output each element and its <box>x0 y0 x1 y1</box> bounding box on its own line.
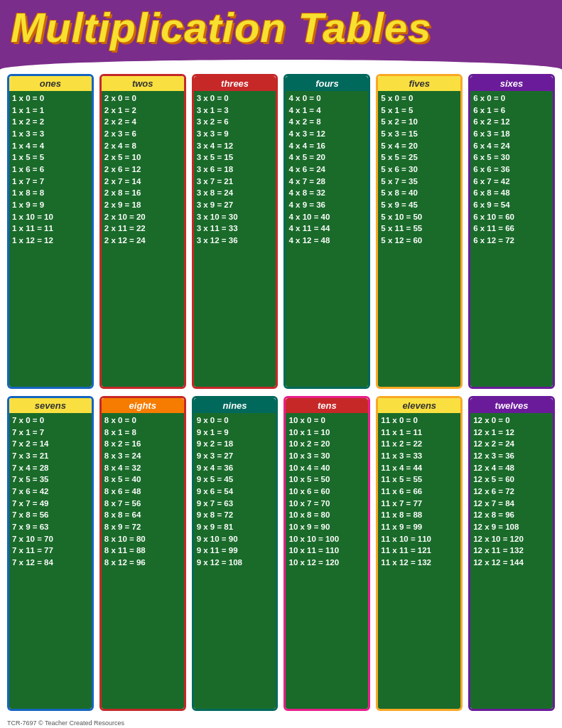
table-row: 6 x 8 = 48 <box>473 187 550 199</box>
table-row: 7 x 3 = 21 <box>12 450 89 462</box>
table-body-fours: 4 x 0 = 04 x 1 = 44 x 2 = 84 x 3 = 124 x… <box>286 91 368 387</box>
table-row: 2 x 10 = 20 <box>104 211 181 223</box>
table-body-ones: 1 x 0 = 01 x 1 = 11 x 2 = 21 x 3 = 31 x … <box>9 91 92 387</box>
table-row: 4 x 6 = 24 <box>288 164 365 176</box>
table-row: 1 x 3 = 3 <box>12 128 89 140</box>
table-row: 5 x 2 = 10 <box>381 116 458 128</box>
table-card-twelves: twelves12 x 0 = 012 x 1 = 1212 x 2 = 241… <box>468 396 555 711</box>
table-row: 1 x 11 = 11 <box>12 223 89 235</box>
table-row: 8 x 10 = 80 <box>104 533 181 545</box>
table-row: 9 x 8 = 72 <box>197 509 274 521</box>
table-card-sevens: sevens7 x 0 = 07 x 1 = 77 x 2 = 147 x 3 … <box>7 396 94 711</box>
table-row: 2 x 5 = 10 <box>104 151 181 164</box>
table-row: 3 x 5 = 15 <box>197 151 274 164</box>
table-row: 4 x 4 = 16 <box>288 140 365 152</box>
table-row: 10 x 3 = 30 <box>288 450 365 462</box>
table-header-sevens: sevens <box>9 398 92 413</box>
table-row: 12 x 9 = 108 <box>473 521 550 533</box>
table-row: 9 x 10 = 90 <box>197 533 274 545</box>
table-row: 4 x 5 = 20 <box>288 151 365 164</box>
table-row: 5 x 4 = 20 <box>381 140 458 152</box>
table-row: 9 x 0 = 0 <box>197 414 274 427</box>
table-row: 3 x 7 = 21 <box>197 176 274 188</box>
table-body-nines: 9 x 0 = 09 x 1 = 99 x 2 = 189 x 3 = 279 … <box>194 413 276 709</box>
table-row: 8 x 5 = 40 <box>104 473 181 486</box>
table-row: 11 x 10 = 110 <box>381 533 458 545</box>
table-row: 1 x 8 = 8 <box>12 187 89 199</box>
table-row: 7 x 1 = 7 <box>12 427 89 439</box>
table-row: 4 x 3 = 12 <box>288 128 365 140</box>
table-row: 8 x 8 = 64 <box>104 509 181 521</box>
table-row: 1 x 6 = 6 <box>12 164 89 176</box>
table-row: 12 x 6 = 72 <box>473 486 550 498</box>
table-row: 11 x 2 = 22 <box>381 438 458 450</box>
table-header-twos: twos <box>102 76 184 91</box>
table-row: 8 x 3 = 24 <box>104 450 181 462</box>
table-row: 6 x 1 = 6 <box>473 105 550 117</box>
table-row: 6 x 3 = 18 <box>473 128 550 140</box>
table-row: 9 x 11 = 99 <box>197 545 274 557</box>
table-row: 2 x 6 = 12 <box>104 164 181 176</box>
table-row: 5 x 3 = 15 <box>381 128 458 140</box>
table-row: 9 x 3 = 27 <box>197 450 274 462</box>
table-row: 8 x 1 = 8 <box>104 427 181 439</box>
table-card-ones: ones1 x 0 = 01 x 1 = 11 x 2 = 21 x 3 = 3… <box>7 74 94 389</box>
table-row: 1 x 1 = 1 <box>12 105 89 117</box>
table-row: 7 x 8 = 56 <box>12 509 89 521</box>
table-body-fives: 5 x 0 = 05 x 1 = 55 x 2 = 105 x 3 = 155 … <box>378 91 460 387</box>
table-row: 10 x 0 = 0 <box>288 414 365 427</box>
table-row: 6 x 5 = 30 <box>473 151 550 164</box>
table-row: 3 x 11 = 33 <box>197 223 274 235</box>
table-row: 8 x 6 = 48 <box>104 486 181 498</box>
table-header-sixes: sixes <box>470 76 553 91</box>
table-row: 7 x 2 = 14 <box>12 438 89 450</box>
table-row: 10 x 12 = 120 <box>288 557 365 569</box>
table-row: 6 x 7 = 42 <box>473 176 550 188</box>
table-row: 4 x 2 = 8 <box>288 116 365 128</box>
footer-text: TCR-7697 © Teacher Created Resources <box>0 718 562 728</box>
table-row: 1 x 2 = 2 <box>12 116 89 128</box>
table-header-nines: nines <box>194 398 276 413</box>
table-card-sixes: sixes6 x 0 = 06 x 1 = 66 x 2 = 126 x 3 =… <box>468 74 555 389</box>
page-title: Multiplication Tables <box>11 7 551 48</box>
table-row: 3 x 8 = 24 <box>197 187 274 199</box>
table-row: 3 x 6 = 18 <box>197 164 274 176</box>
table-row: 11 x 7 = 77 <box>381 498 458 510</box>
table-row: 11 x 11 = 121 <box>381 545 458 557</box>
table-row: 12 x 10 = 120 <box>473 533 550 545</box>
table-row: 8 x 12 = 96 <box>104 557 181 569</box>
table-row: 9 x 6 = 54 <box>197 486 274 498</box>
table-row: 12 x 4 = 48 <box>473 462 550 474</box>
table-row: 4 x 7 = 28 <box>288 176 365 188</box>
table-row: 12 x 1 = 12 <box>473 427 550 439</box>
table-row: 9 x 1 = 9 <box>197 427 274 439</box>
table-row: 10 x 4 = 40 <box>288 462 365 474</box>
table-row: 1 x 7 = 7 <box>12 176 89 188</box>
table-row: 3 x 4 = 12 <box>197 140 274 152</box>
table-row: 9 x 2 = 18 <box>197 438 274 450</box>
table-row: 2 x 9 = 18 <box>104 199 181 211</box>
table-row: 5 x 1 = 5 <box>381 105 458 117</box>
table-row: 7 x 4 = 28 <box>12 462 89 474</box>
table-row: 9 x 5 = 45 <box>197 473 274 486</box>
header-wave <box>0 57 562 70</box>
table-row: 7 x 5 = 35 <box>12 473 89 486</box>
table-body-twos: 2 x 0 = 02 x 1 = 22 x 2 = 42 x 3 = 62 x … <box>102 91 184 387</box>
table-row: 12 x 7 = 84 <box>473 498 550 510</box>
table-row: 11 x 4 = 44 <box>381 462 458 474</box>
table-row: 2 x 12 = 24 <box>104 235 181 247</box>
table-row: 11 x 12 = 132 <box>381 557 458 569</box>
table-row: 5 x 0 = 0 <box>381 92 458 105</box>
table-row: 1 x 0 = 0 <box>12 92 89 105</box>
table-row: 3 x 3 = 9 <box>197 128 274 140</box>
table-row: 7 x 12 = 84 <box>12 557 89 569</box>
table-row: 10 x 1 = 10 <box>288 427 365 439</box>
table-row: 3 x 1 = 3 <box>197 105 274 117</box>
table-row: 2 x 1 = 2 <box>104 105 181 117</box>
table-header-twelves: twelves <box>470 398 553 413</box>
table-header-ones: ones <box>9 76 92 91</box>
table-row: 12 x 2 = 24 <box>473 438 550 450</box>
table-row: 12 x 0 = 0 <box>473 414 550 427</box>
table-row: 2 x 8 = 16 <box>104 187 181 199</box>
table-card-fours: fours4 x 0 = 04 x 1 = 44 x 2 = 84 x 3 = … <box>283 74 370 389</box>
